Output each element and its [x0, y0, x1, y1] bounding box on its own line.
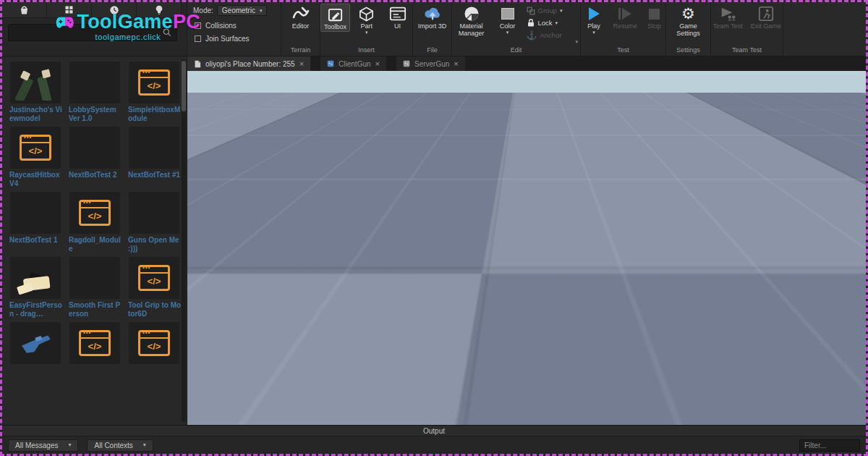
asset-card[interactable]: •••</> SimpleHitboxModule	[127, 62, 182, 124]
gun-thumbnail	[10, 322, 61, 364]
color-swatch-icon	[501, 8, 514, 20]
all-contexts-dropdown[interactable]: All Contexts ▾	[87, 439, 153, 452]
asset-card[interactable]: •••</> Tool Grip to Motor6D	[127, 257, 182, 319]
script-icon: •••</>	[138, 330, 170, 356]
insert-group-label: Insert	[320, 46, 412, 56]
horizon-fog	[187, 93, 866, 245]
edit-group-expander[interactable]: ▾	[575, 39, 578, 45]
asset-card[interactable]: •••</> RaycastHitboxV4	[8, 127, 63, 189]
ribbon-group-insert: Toolbox Part ▾ UI	[320, 2, 413, 56]
edit-group-label: Edit	[452, 46, 580, 56]
terrain-group-label: Terrain	[281, 46, 320, 56]
mode-select[interactable]: Geometric ▾	[217, 5, 268, 16]
watermark-domain: toolgamepc.click	[56, 33, 200, 41]
exit-game-icon	[758, 6, 774, 22]
asset-card[interactable]: Guns Open Me :)))	[127, 192, 182, 254]
asset-card[interactable]: NextBotTest #1	[127, 127, 182, 189]
viewmodel-thumbnail	[10, 62, 61, 104]
tab-place[interactable]: oliyopi's Place Number: 255 ×	[187, 56, 310, 71]
tab-label: ClientGun	[339, 60, 370, 68]
watermark-logo: ToolGamePC toolgamepc.click	[56, 11, 200, 41]
asset-card[interactable]: •••</> Ragdoll_Module	[67, 192, 122, 254]
group-icon	[527, 7, 535, 15]
asset-card[interactable]: NextBotTest 2	[67, 127, 122, 189]
asset-card[interactable]: NextBotTest 1	[8, 192, 63, 254]
part-button[interactable]: Part ▾	[352, 4, 381, 35]
toolbox-panel: Justinacho's Viewmodel LobbySystem Ver 1…	[2, 56, 187, 425]
collisions-checkbox[interactable]: Collisions	[195, 22, 237, 30]
team-test-button[interactable]: Team Test	[711, 4, 745, 30]
mode-cluster: Mode: Geometric ▾ Collisions Join Surfac…	[187, 2, 281, 56]
resume-icon	[618, 8, 631, 20]
tab-label: oliyopi's Place Number: 255	[205, 60, 295, 68]
asset-card[interactable]: Smooth First Person	[67, 257, 122, 319]
chevron-down-icon: ▾	[506, 30, 509, 35]
tab-clientgun[interactable]: ClientGun ×	[320, 56, 386, 71]
asset-card[interactable]: •••</>	[127, 322, 182, 366]
script-thumbnail: •••</>	[129, 62, 179, 104]
script-thumbnail: •••</>	[69, 322, 120, 364]
import-3d-cloud-icon	[423, 5, 442, 22]
lock-icon	[527, 18, 535, 28]
mode-value: Geometric	[222, 7, 255, 14]
arm-thumbnail	[10, 257, 61, 299]
script-icon: •••</>	[79, 200, 111, 226]
dark-thumbnail	[69, 62, 120, 104]
ui-button[interactable]: UI	[383, 4, 412, 30]
script-icon: •••</>	[79, 330, 111, 356]
sidebar-scrollbar[interactable]	[182, 59, 186, 422]
ui-window-icon	[389, 6, 407, 22]
file-group-label: File	[413, 46, 451, 56]
dark-thumbnail	[129, 127, 179, 169]
asset-card[interactable]: EasyFirstPerson - drag…	[8, 257, 63, 319]
brand-text: ToolGamePC	[77, 11, 200, 33]
asset-card[interactable]: •••</>	[67, 322, 122, 366]
asset-card[interactable]: Justinacho's Viewmodel	[8, 62, 63, 124]
viewport-3d[interactable]	[187, 71, 866, 425]
stop-button[interactable]: Stop	[643, 4, 665, 30]
close-icon[interactable]: ×	[375, 59, 380, 68]
join-surfaces-checkbox[interactable]: Join Surfaces	[195, 35, 250, 43]
ribbon-group-file: Import 3D File	[413, 2, 452, 56]
dark-thumbnail	[10, 192, 61, 234]
ribbon-spacer	[783, 2, 866, 56]
play-icon	[589, 7, 600, 20]
editor-button[interactable]: Editor	[284, 4, 318, 30]
game-settings-button[interactable]: ⚙ Game Settings	[671, 4, 706, 38]
lock-button[interactable]: Lock ▾	[527, 17, 579, 28]
chevron-down-icon: ▾	[560, 9, 563, 13]
resume-button[interactable]: Resume	[611, 4, 639, 30]
anchor-icon: ⚓	[527, 30, 537, 41]
asset-grid: Justinacho's Viewmodel LobbySystem Ver 1…	[8, 62, 182, 366]
group-button[interactable]: Group ▾	[527, 5, 579, 16]
script-thumbnail: •••</>	[129, 257, 179, 299]
import-3d-button[interactable]: Import 3D	[415, 4, 450, 30]
close-icon[interactable]: ×	[454, 59, 458, 68]
all-messages-dropdown[interactable]: All Messages ▾	[8, 439, 78, 452]
play-button[interactable]: Play ▾	[581, 4, 607, 35]
chevron-down-icon: ▾	[556, 21, 558, 25]
filter-input[interactable]	[799, 439, 860, 452]
place-icon	[194, 60, 201, 68]
settings-group-label: Settings	[666, 46, 710, 56]
server-script-icon	[403, 60, 410, 67]
toolbox-button[interactable]: Toolbox	[320, 4, 350, 32]
color-button[interactable]: Color ▾	[490, 4, 525, 35]
tab-servergun[interactable]: ServerGun ×	[396, 56, 465, 71]
script-thumbnail: •••</>	[129, 322, 179, 364]
scrollbar-thumb[interactable]	[182, 61, 186, 111]
script-icon: •••</>	[138, 69, 170, 96]
material-manager-button[interactable]: Material Manager	[454, 4, 489, 38]
client-script-icon	[327, 60, 334, 67]
dark-thumbnail	[69, 127, 120, 169]
app-window: Mode: Geometric ▾ Collisions Join Surfac…	[0, 0, 868, 456]
exit-game-button[interactable]: Exit Game	[749, 4, 783, 30]
white-part-with-decal[interactable]	[381, 180, 519, 252]
toolbox-tab-marketplace[interactable]	[2, 2, 47, 18]
close-icon[interactable]: ×	[299, 59, 304, 68]
script-icon: •••</>	[138, 265, 170, 291]
asset-card[interactable]: LobbySystem Ver 1.0	[67, 62, 122, 124]
tab-label: ServerGun	[414, 60, 449, 68]
asset-card[interactable]	[8, 322, 63, 366]
anchor-button[interactable]: ⚓ Anchor	[527, 30, 579, 41]
